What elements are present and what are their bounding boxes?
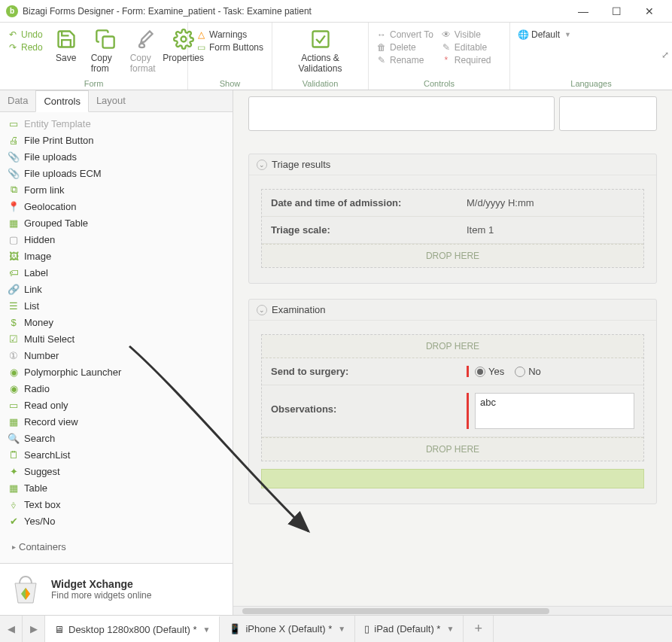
- ctrl-number[interactable]: ①Number: [6, 347, 227, 364]
- ctrl-table[interactable]: ▦Table: [6, 479, 227, 496]
- undo-icon: ↶: [8, 29, 18, 40]
- ctrl-money[interactable]: $Money: [6, 314, 227, 330]
- ctrl-image[interactable]: 🖼Image: [6, 248, 227, 264]
- ctrl-hidden[interactable]: ▢Hidden: [6, 231, 227, 248]
- ctrl-file-print-button[interactable]: 🖨File Print Button: [6, 132, 227, 148]
- field-observations[interactable]: Observations: abc: [262, 385, 643, 437]
- form-buttons-button[interactable]: ▭Form Buttons: [193, 41, 266, 53]
- ctrl-read-only[interactable]: ▭Read only: [6, 397, 227, 413]
- ribbon-expand-icon[interactable]: ⤢: [661, 50, 669, 60]
- radio-no[interactable]: No: [515, 366, 541, 377]
- tab-data[interactable]: Data: [0, 90, 35, 111]
- device-scroll-right[interactable]: ▶: [23, 616, 45, 642]
- ctrl-search[interactable]: 🔍Search: [6, 430, 227, 446]
- maximize-button[interactable]: ☐: [600, 0, 633, 23]
- section-triage-results[interactable]: ⌄ Triage results Date and time of admiss…: [248, 154, 657, 284]
- section-examination[interactable]: ⌄ Examination DROP HERE Send to surgery:…: [248, 299, 657, 504]
- observations-textarea[interactable]: abc: [475, 393, 634, 429]
- ctrl-polymorphic-launcher[interactable]: ◉Polymorphic Launcher: [6, 364, 227, 380]
- ctrl-yes-no[interactable]: ✔Yes/No: [6, 513, 227, 529]
- device-tab-iphone[interactable]: 📱 iPhone X (Default) * ▼: [220, 616, 355, 642]
- link-icon: 🔗: [8, 283, 20, 295]
- ctrl-list[interactable]: ☰List: [6, 297, 227, 314]
- ctrl-record-view[interactable]: ▦Record view: [6, 413, 227, 430]
- ctrl-suggest[interactable]: ✦Suggest: [6, 463, 227, 479]
- ctrl-file-uploads-ecm[interactable]: 📎File uploads ECM: [6, 165, 227, 181]
- ribbon-group-controls: Controls: [373, 78, 505, 88]
- ctrl-label[interactable]: 🏷Label: [6, 264, 227, 281]
- form-canvas[interactable]: ⌄ Triage results Date and time of admiss…: [233, 90, 672, 615]
- collapse-icon[interactable]: ⌄: [257, 305, 267, 315]
- hidden-icon: ▢: [8, 233, 20, 245]
- rename-button[interactable]: ✎Rename: [373, 54, 436, 66]
- copy-format-button[interactable]: Copy format: [126, 26, 163, 75]
- list-icon: ☰: [8, 300, 20, 312]
- redo-button[interactable]: ↷Redo: [5, 41, 46, 53]
- language-default-button[interactable]: 🌐Default▼: [515, 29, 574, 41]
- svg-rect-0: [102, 37, 114, 48]
- widget-xchange[interactable]: Widget Xchange Find more widgets online: [0, 563, 233, 615]
- ctrl-text-box[interactable]: ⎀Text box: [6, 496, 227, 513]
- convert-to-button[interactable]: ↔Convert To: [373, 29, 436, 41]
- drop-zone[interactable]: DROP HERE: [262, 335, 643, 358]
- drop-zone[interactable]: DROP HERE: [262, 244, 643, 267]
- field-admission-date[interactable]: Date and time of admission: M/d/yyyy H:m…: [262, 190, 643, 217]
- chevron-down-icon[interactable]: ▼: [446, 625, 454, 633]
- ribbon-group-languages: Languages: [515, 78, 667, 88]
- horizontal-scrollbar[interactable]: [233, 606, 672, 615]
- label-icon: 🏷: [8, 266, 20, 278]
- ctrl-multi-select[interactable]: ☑Multi Select: [6, 330, 227, 347]
- editable-button[interactable]: ✎Editable: [438, 41, 494, 53]
- field-triage-scale[interactable]: Triage scale: Item 1: [262, 217, 643, 244]
- tab-layout[interactable]: Layout: [89, 90, 133, 111]
- visible-button[interactable]: 👁Visible: [438, 29, 494, 41]
- warnings-button[interactable]: △Warnings: [193, 29, 266, 41]
- copy-from-icon: [93, 27, 117, 51]
- check-icon: [309, 27, 333, 51]
- drop-zone[interactable]: DROP HERE: [262, 437, 643, 461]
- device-scroll-left[interactable]: ◀: [0, 616, 23, 642]
- chevron-down-icon[interactable]: ▼: [338, 625, 345, 633]
- form-buttons-icon: ▭: [196, 42, 206, 53]
- drop-target-highlight[interactable]: [261, 469, 644, 488]
- chevron-down-icon[interactable]: ▼: [203, 625, 211, 634]
- undo-button[interactable]: ↶Undo: [5, 29, 46, 41]
- actions-validations-button[interactable]: Actions & Validations: [277, 26, 363, 75]
- tablet-icon: ▯: [364, 623, 369, 634]
- minimize-button[interactable]: —: [567, 0, 600, 23]
- ribbon-group-validation: Validation: [277, 78, 363, 88]
- ctrl-grouped-table[interactable]: ▦Grouped Table: [6, 215, 227, 231]
- containers-group[interactable]: ▸Containers: [6, 538, 227, 555]
- radio-dot-icon: [475, 367, 485, 377]
- form-link-icon: ⧉: [8, 184, 20, 196]
- radio-yes[interactable]: Yes: [475, 366, 504, 377]
- warning-icon: △: [196, 29, 206, 40]
- searchlist-icon: 🗒: [8, 449, 20, 461]
- controls-list[interactable]: ▭Entity Template 🖨File Print Button 📎Fil…: [0, 112, 233, 563]
- ctrl-search-list[interactable]: 🗒SearchList: [6, 446, 227, 463]
- field-send-to-surgery[interactable]: Send to surgery: Yes No: [262, 358, 643, 385]
- ctrl-radio[interactable]: ◉Radio: [6, 380, 227, 397]
- location-icon: 📍: [8, 200, 20, 212]
- close-button[interactable]: ✕: [633, 0, 666, 23]
- ribbon: ↶Undo ↷Redo Save Copy from Copy format P…: [0, 23, 672, 90]
- ctrl-link[interactable]: 🔗Link: [6, 281, 227, 297]
- save-button[interactable]: Save: [47, 26, 85, 65]
- device-tab-add[interactable]: +: [464, 616, 494, 642]
- ctrl-file-uploads[interactable]: 📎File uploads: [6, 148, 227, 165]
- device-tab-ipad[interactable]: ▯ iPad (Default) * ▼: [355, 616, 464, 642]
- ctrl-geolocation[interactable]: 📍Geolocation: [6, 198, 227, 215]
- required-button[interactable]: *Required: [438, 54, 494, 66]
- device-tab-desktop[interactable]: 🖥 Desktop 1280x800 (Default) * ▼: [45, 616, 220, 642]
- print-icon: 🖨: [8, 134, 20, 146]
- collapse-icon[interactable]: ⌄: [257, 160, 267, 170]
- eye-icon: 👁: [441, 29, 452, 40]
- number-icon: ①: [8, 349, 20, 361]
- delete-button[interactable]: 🗑Delete: [373, 41, 436, 53]
- ctrl-form-link[interactable]: ⧉Form link: [6, 181, 227, 198]
- tab-controls[interactable]: Controls: [35, 90, 88, 112]
- svg-rect-2: [312, 32, 328, 47]
- globe-icon: 🌐: [518, 29, 528, 40]
- copy-from-button[interactable]: Copy from: [87, 26, 124, 75]
- ctrl-entity-template[interactable]: ▭Entity Template: [6, 115, 227, 132]
